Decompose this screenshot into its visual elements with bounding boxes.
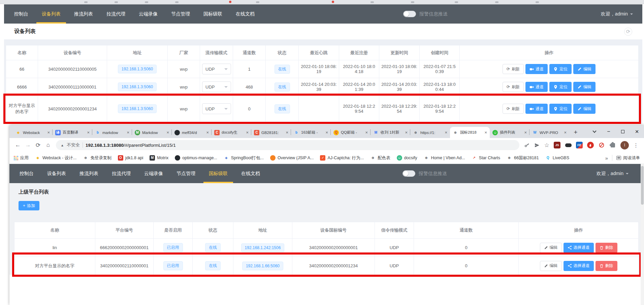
bookmark-item[interactable]: M Motrix	[150, 155, 168, 161]
nav-item-5[interactable]: 云端录像	[137, 164, 170, 183]
nav-item-6[interactable]: 节点管理	[170, 164, 202, 183]
stream-mode-select[interactable]: UDP	[202, 103, 231, 114]
nav-item-5[interactable]: 云端录像	[132, 4, 164, 24]
incognito-mask-extension-icon[interactable]	[565, 142, 572, 148]
delete-button[interactable]: 删除	[595, 261, 617, 271]
maximize-button[interactable]	[616, 125, 630, 138]
bookmark-item[interactable]: 应用	[13, 155, 29, 161]
nav-item-2[interactable]: 设备列表	[35, 4, 67, 24]
scrollbar-thumb[interactable]	[641, 166, 644, 205]
nav-item-1[interactable]: 控制台	[7, 4, 35, 24]
tab-close-icon[interactable]: ×	[127, 130, 129, 135]
bookmark-item[interactable]: ☺ docsify	[397, 155, 417, 161]
close-window-button[interactable]: ×	[630, 125, 644, 138]
bookmark-item[interactable]: O jdk1.8 api	[118, 155, 143, 161]
nav-item-4[interactable]: 拉流代理	[100, 4, 132, 24]
browser-tab[interactable]: W WVP-PRO ×	[529, 127, 569, 138]
device-address-button[interactable]: 192.168.1.3:5060	[118, 82, 157, 91]
device-address-button[interactable]: 192.168.1.3:5060	[118, 65, 157, 73]
nav-item-7[interactable]: 国标级联	[202, 164, 234, 183]
tab-close-icon[interactable]: ×	[405, 130, 408, 135]
add-platform-button[interactable]: +添加	[19, 201, 39, 210]
js-extension-icon[interactable]: JS	[554, 142, 560, 148]
tab-close-icon[interactable]: ×	[87, 130, 90, 135]
browser-tab[interactable]: Q QQ邮箱 - ×	[331, 127, 371, 138]
refresh-button[interactable]: ⟳刷新	[503, 82, 524, 92]
select-channel-button[interactable]: 选择通道	[564, 261, 594, 271]
locate-button[interactable]: 定位	[549, 104, 572, 114]
bookmark-star-icon[interactable]: ☆	[544, 142, 549, 149]
browser-tab[interactable]: M Markdow ×	[132, 127, 172, 138]
select-channel-button[interactable]: 选择通道	[564, 243, 594, 253]
nav-item-2[interactable]: 设备列表	[40, 164, 73, 183]
bookmark-item[interactable]: ✓ AJ-Captcha: 行为...	[320, 155, 364, 161]
key-icon[interactable]	[524, 142, 530, 148]
refresh-page-icon[interactable]: ⟳	[624, 28, 632, 36]
nav-item-6[interactable]: 节点管理	[164, 4, 197, 24]
browser-tab[interactable]: 译 百度翻译 ×	[53, 127, 92, 138]
edit-button[interactable]: 编辑	[573, 82, 595, 92]
forward-button[interactable]: →	[23, 142, 33, 148]
browser-tab[interactable]: ◆ Webstack ×	[13, 127, 53, 138]
browser-tab[interactable]: meff34/d ×	[172, 127, 212, 138]
bookmark-item[interactable]: Overview (JSIP A...	[270, 155, 314, 161]
bookmark-item[interactable]: ◆ Webstack - 设计...	[35, 155, 76, 161]
address-input[interactable]: ▲ 不安全 192.168.1.3:18080/#/parentPlatform…	[56, 140, 519, 150]
browser-tab[interactable]: C GB28181: ×	[251, 127, 291, 138]
hand-blocker-extension-icon[interactable]	[587, 142, 594, 148]
bookmark-item[interactable]: ↗ Star Charts	[472, 155, 500, 161]
bookmark-item[interactable]: ⊕ 免登录复制	[83, 155, 111, 161]
bookmark-item[interactable]: ⊕ 66国标28181	[507, 155, 539, 161]
back-button[interactable]: ←	[13, 142, 23, 148]
refresh-button[interactable]: ⟳刷新	[503, 104, 524, 114]
reload-button[interactable]: ⟳	[33, 142, 43, 149]
device-address-button[interactable]: 192.168.1.3:5060	[118, 104, 157, 113]
bookmark-item[interactable]: optimus-manage...	[175, 155, 217, 161]
tab-close-icon[interactable]: ×	[564, 130, 567, 135]
edit-button[interactable]: 编辑	[573, 104, 595, 114]
page-scrollbar[interactable]	[641, 164, 644, 305]
content-blocker-extension-icon[interactable]	[598, 142, 605, 148]
tab-close-icon[interactable]: ×	[524, 130, 527, 135]
locate-button[interactable]: 定位	[549, 82, 572, 92]
nav-item-7[interactable]: 国标级联	[197, 4, 229, 24]
send-icon[interactable]	[534, 142, 540, 148]
new-tab-button[interactable]: +	[571, 127, 581, 137]
bookmarks-overflow-icon[interactable]: »	[605, 155, 608, 161]
browser-tab[interactable]: b markdow ×	[92, 127, 132, 138]
stream-mode-select[interactable]: UDP	[202, 64, 231, 74]
bookmark-item[interactable]: ⊕ 配色表	[370, 155, 390, 161]
edit-button[interactable]: 编辑	[573, 64, 595, 74]
delete-button[interactable]: 删除	[595, 243, 617, 253]
channel-button[interactable]: 通道	[525, 82, 548, 92]
profile-avatar[interactable]: I	[620, 141, 629, 149]
nav-item-8[interactable]: 在线文档	[229, 4, 261, 24]
tab-close-icon[interactable]: ×	[325, 130, 328, 135]
channel-button[interactable]: 通道	[525, 104, 548, 114]
browser-tab[interactable]: ☺ 插件列表 ×	[490, 127, 529, 138]
minimize-button[interactable]: −	[602, 125, 616, 138]
platform-address-button[interactable]: 192.168.1.66:5060	[242, 262, 283, 270]
alarm-push-toggle[interactable]	[402, 170, 415, 177]
nav-item-8[interactable]: 在线文档	[234, 164, 267, 183]
user-menu[interactable]: 欢迎，admin	[597, 164, 629, 183]
tab-close-icon[interactable]: ×	[286, 130, 288, 135]
alarm-push-toggle[interactable]	[403, 11, 416, 17]
fe-extension-icon[interactable]: FE	[576, 142, 583, 148]
home-button[interactable]: ⌂	[43, 142, 53, 148]
tab-close-icon[interactable]: ×	[47, 130, 50, 135]
user-menu[interactable]: 欢迎，admin	[601, 4, 633, 24]
edit-button[interactable]: 编辑	[540, 261, 562, 271]
menu-dots-icon[interactable]: ⋮	[633, 142, 639, 148]
stream-mode-select[interactable]: UDP	[202, 81, 231, 92]
bookmark-item[interactable]: ⊕ Home | Vben Ad...	[424, 155, 465, 161]
bookmark-item[interactable]: Q LiveGBS	[545, 155, 569, 161]
nav-item-3[interactable]: 推流列表	[67, 4, 100, 24]
edit-button[interactable]: 编辑	[540, 243, 562, 253]
browser-tab[interactable]: C docsify生 ×	[212, 127, 251, 138]
nav-item-3[interactable]: 推流列表	[73, 164, 105, 183]
tab-search-button[interactable]	[587, 125, 602, 138]
tab-close-icon[interactable]: ×	[206, 130, 209, 135]
nav-item-4[interactable]: 拉流代理	[105, 164, 137, 183]
browser-tab[interactable]: ⊕ https://1: ×	[410, 127, 450, 138]
